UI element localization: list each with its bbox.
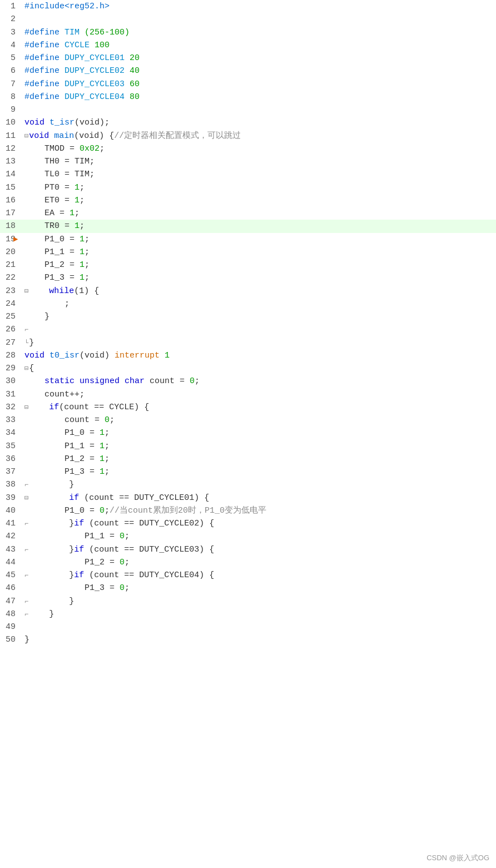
collapse-marker-icon: ⊟ <box>24 494 28 502</box>
code-token: ; <box>110 415 115 425</box>
line-code: P1_0 = 1; <box>21 426 496 439</box>
line-number: 23 <box>0 285 21 297</box>
line-number: 40 <box>0 504 21 517</box>
line-number: 45 <box>0 569 21 582</box>
code-token: ; <box>125 583 130 593</box>
code-token: ; <box>125 532 130 541</box>
table-row: 15 PT0 = 1; <box>0 181 496 194</box>
code-token: P1_2 = <box>24 558 120 567</box>
code-token: TL0 = TIM; <box>24 170 95 179</box>
code-token: ; <box>85 235 90 244</box>
table-row: 31 count++; <box>0 388 496 401</box>
table-row: 7#define DUPY_CYCLE03 60 <box>0 78 496 91</box>
code-token: if <box>74 519 84 528</box>
table-row: 39⊟ if (count == DUTY_CYCLE01) { <box>0 492 496 504</box>
code-token: ET0 = <box>24 196 75 205</box>
code-token: ; <box>100 144 105 153</box>
table-row: 17 EA = 1; <box>0 207 496 220</box>
collapse-marker-icon: ⌐ <box>24 572 28 579</box>
code-token: 100 <box>95 41 110 50</box>
code-token: } <box>29 519 74 528</box>
table-row: 49 <box>0 621 496 633</box>
code-token: ; <box>75 209 80 218</box>
code-token: (count == DUTY_CYCLE01) { <box>79 493 209 503</box>
table-row: 48⌐ } <box>0 608 496 621</box>
table-row: 45⌐ }if (count == DUTY_CYCLE04) { <box>0 569 496 582</box>
line-number: 14 <box>0 168 21 181</box>
collapse-marker-icon: ⌐ <box>24 326 28 334</box>
line-code <box>21 13 496 26</box>
table-row: 47⌐ } <box>0 595 496 608</box>
code-token: 1 <box>80 273 85 282</box>
table-row: 22 P1_3 = 1; <box>0 271 496 284</box>
code-token: interrupt <box>115 351 165 360</box>
line-number: 43 <box>0 543 21 556</box>
code-token: char <box>125 376 150 386</box>
line-number: 17 <box>0 207 21 220</box>
code-token: (void); <box>75 118 110 127</box>
line-code: ⌐ } <box>21 478 496 491</box>
code-token: 0 <box>120 583 125 593</box>
code-token: 0 <box>100 506 105 515</box>
code-token: (count == DUTY_CYCLE04) { <box>84 571 214 580</box>
table-row: 10void t_isr(void); <box>0 116 496 129</box>
code-container: 1#include<reg52.h>2 3#define TIM (256-10… <box>0 0 496 868</box>
line-code: #define TIM (256-100) <box>21 26 496 39</box>
code-token: 1 <box>80 247 85 257</box>
code-token: TR0 = <box>24 221 75 231</box>
code-token: #define <box>24 66 65 76</box>
line-number: 28 <box>0 349 21 362</box>
line-code: ⊟ if (count == DUTY_CYCLE01) { <box>21 492 496 504</box>
code-token: } <box>29 597 74 606</box>
code-token: (1) { <box>74 286 99 296</box>
line-number: 2 <box>0 13 21 26</box>
code-token: count = <box>150 376 190 386</box>
line-number: 48 <box>0 608 21 621</box>
table-row: 20 P1_1 = 1; <box>0 246 496 259</box>
table-row: 41⌐ }if (count == DUTY_CYCLE02) { <box>0 517 496 530</box>
watermark: CSDN @嵌入式OG <box>426 852 489 864</box>
code-token: PT0 = <box>24 183 75 192</box>
table-row: 16 ET0 = 1; <box>0 194 496 207</box>
code-token: ; <box>80 221 85 231</box>
line-code: TL0 = TIM; <box>21 168 496 181</box>
table-row: 29⊟{ <box>0 362 496 375</box>
line-number: 38 <box>0 478 21 491</box>
line-number: 4 <box>0 39 21 52</box>
code-token: void <box>29 131 54 141</box>
line-code: P1_1 = 1; <box>21 246 496 259</box>
line-number: 10 <box>0 116 21 129</box>
line-code: ⌐ }if (count == DUTY_CYCLE02) { <box>21 517 496 530</box>
line-code: } <box>21 633 496 646</box>
code-token: 1 <box>80 260 85 270</box>
line-code: TMOD = 0x02; <box>21 142 496 155</box>
code-token: P1_0 = <box>24 235 80 244</box>
collapse-marker-icon: └ <box>24 339 28 347</box>
line-code: P1_1 = 1; <box>21 440 496 453</box>
table-row: 14 TL0 = TIM; <box>0 168 496 181</box>
line-number: 44 <box>0 556 21 569</box>
line-code: count = 0; <box>21 414 496 426</box>
collapse-marker-icon: ⊟ <box>24 287 28 295</box>
line-code: P1_1 = 0; <box>21 530 496 543</box>
line-code: ⌐ }if (count == DUTY_CYCLE03) { <box>21 543 496 556</box>
code-token: } <box>29 609 54 619</box>
code-token: 1 <box>75 196 80 205</box>
code-token <box>29 403 49 412</box>
code-token: P1_1 = <box>24 532 120 541</box>
line-code: void t0_isr(void) interrupt 1 <box>21 349 496 362</box>
code-token: #define <box>24 92 65 102</box>
code-token: ; <box>85 247 90 257</box>
line-code: #define DUPY_CYCLE04 80 <box>21 91 496 103</box>
table-row: 3#define TIM (256-100) <box>0 26 496 39</box>
line-code: void t_isr(void); <box>21 116 496 129</box>
code-token: 1 <box>165 351 170 360</box>
code-token: P1_1 = <box>24 247 80 257</box>
line-number: 6 <box>0 65 21 77</box>
table-row: 50} <box>0 633 496 646</box>
line-code: count++; <box>21 388 496 401</box>
code-token <box>29 286 49 296</box>
code-token: 60 <box>130 80 140 89</box>
line-number: 1 <box>0 0 21 13</box>
code-token: if <box>69 493 79 503</box>
